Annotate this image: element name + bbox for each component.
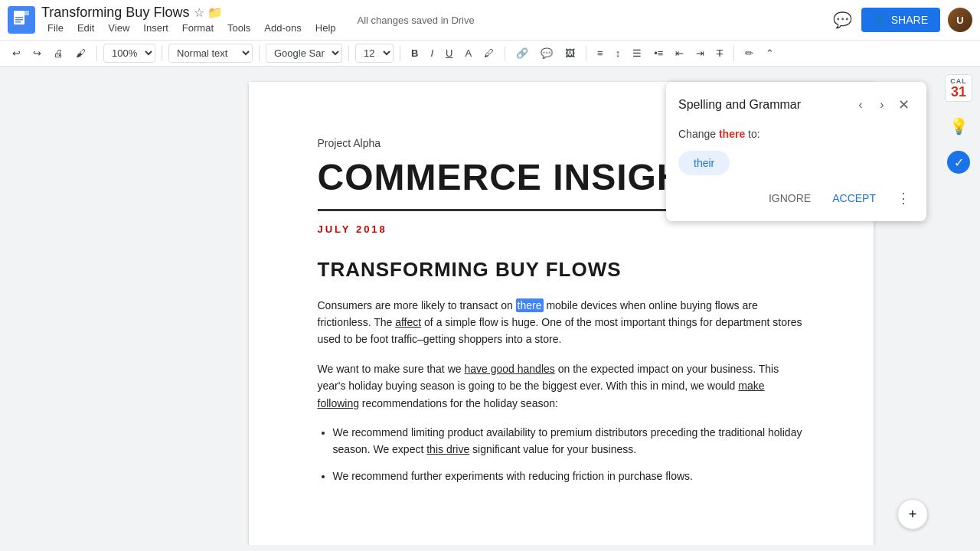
date-label: JULY 2018 <box>318 223 805 235</box>
divider-4 <box>348 46 349 61</box>
divider-3 <box>259 46 260 61</box>
align-button[interactable]: ≡ <box>593 44 608 62</box>
have-good-handles: have good handles <box>464 363 554 375</box>
bullet2-text: We recommend further experiments with re… <box>333 470 694 482</box>
divider-8 <box>733 46 734 61</box>
image-button[interactable]: 🖼 <box>560 44 580 62</box>
divider-5 <box>400 46 400 61</box>
bullet-item-1: We recommend limiting product availabili… <box>333 424 805 458</box>
divider-7 <box>586 46 586 61</box>
para1-pre: Consumers are more likely to transact on <box>318 299 516 311</box>
menu-insert[interactable]: Insert <box>137 21 175 35</box>
clear-format-button[interactable]: T̶ <box>712 44 727 62</box>
spelling-suggestion-button[interactable]: their <box>678 151 730 175</box>
divider-2 <box>162 46 162 61</box>
menu-file[interactable]: File <box>41 21 70 35</box>
floating-action-button[interactable]: + <box>897 499 928 530</box>
para2-pre: We want to make sure that we <box>318 363 465 375</box>
spelling-prev-button[interactable]: ‹ <box>850 94 871 116</box>
highlight-button[interactable]: 🖊 <box>479 44 498 62</box>
change-prefix: Change <box>678 128 719 140</box>
font-size-select[interactable]: 12 <box>355 44 394 63</box>
docs-icon <box>8 6 35 34</box>
underline-button[interactable]: U <box>441 44 457 62</box>
indent-less-button[interactable]: ⇤ <box>671 44 688 62</box>
title-icons: ☆ 📁 <box>194 5 223 20</box>
comments-button[interactable]: 💬 <box>832 9 854 31</box>
user-avatar[interactable]: U <box>948 8 972 32</box>
bullet-list: We recommend limiting product availabili… <box>318 424 805 484</box>
ignore-button[interactable]: IGNORE <box>764 187 815 209</box>
menu-addons[interactable]: Add-ons <box>258 21 307 35</box>
link-button[interactable]: 🔗 <box>511 44 533 62</box>
divider-1 <box>96 46 97 61</box>
list-button[interactable]: ☰ <box>628 44 646 62</box>
menu-view[interactable]: View <box>102 21 136 35</box>
divider-6 <box>505 46 505 61</box>
redo-button[interactable]: ↪ <box>28 44 46 62</box>
menu-edit[interactable]: Edit <box>71 21 100 35</box>
top-bar: Transforming Buy Flows ☆ 📁 File Edit Vie… <box>0 0 980 41</box>
indent-more-button[interactable]: ⇥ <box>691 44 709 62</box>
menu-tools[interactable]: Tools <box>221 21 256 35</box>
change-suffix: to: <box>745 128 760 140</box>
folder-icon[interactable]: 📁 <box>207 5 223 20</box>
calendar-icon[interactable]: CAL 31 <box>945 74 972 102</box>
zoom-select[interactable]: 100% <box>103 44 155 63</box>
svg-rect-2 <box>15 17 23 18</box>
menu-bar: File Edit View Insert Format Tools Add-o… <box>41 21 342 35</box>
paint-format-button[interactable]: 🖌 <box>71 44 90 62</box>
svg-rect-3 <box>15 19 23 21</box>
more-options-button[interactable]: ⋮ <box>893 187 914 209</box>
highlighted-there: there <box>516 298 544 312</box>
main-area: Project Alpha COMMERCE INSIGHTS JULY 201… <box>0 67 980 545</box>
svg-rect-6 <box>24 11 29 15</box>
para2-end: recommendations for the holiday season: <box>359 397 558 409</box>
star-icon[interactable]: ☆ <box>194 5 204 20</box>
expand-button[interactable]: ⌃ <box>761 44 779 62</box>
print-button[interactable]: 🖨 <box>49 44 68 62</box>
text-color-button[interactable]: A <box>460 44 476 62</box>
document-title[interactable]: Transforming Buy Flows <box>41 5 189 21</box>
italic-button[interactable]: I <box>426 44 438 62</box>
undo-button[interactable]: ↩ <box>8 44 25 62</box>
left-sidebar <box>0 67 142 545</box>
toolbar: ↩ ↪ 🖨 🖌 100% Normal text Google Sans 12 … <box>0 41 980 67</box>
bullet-item-2: We recommend further experiments with re… <box>333 468 805 484</box>
accept-button[interactable]: ACCEPT <box>828 187 880 209</box>
change-word: there <box>719 128 745 140</box>
section-title: TRANSFORMING BUY FLOWS <box>318 258 805 282</box>
share-button[interactable]: 👤 SHARE <box>861 8 940 32</box>
spelling-close-button[interactable]: ✕ <box>893 94 914 116</box>
font-select[interactable]: Google Sans <box>266 44 342 63</box>
comment-button[interactable]: 💬 <box>536 44 557 62</box>
this-drive-link: this drive <box>426 443 469 455</box>
svg-rect-4 <box>15 21 21 23</box>
paragraph-1: Consumers are more likely to transact on… <box>318 297 805 348</box>
menu-help[interactable]: Help <box>309 21 342 35</box>
topbar-right: 💬 👤 SHARE U <box>832 8 972 32</box>
spelling-grammar-panel: Spelling and Grammar ‹ › ✕ Change there … <box>666 82 926 221</box>
share-icon: 👤 <box>874 14 887 26</box>
edit-mode-button[interactable]: ✏ <box>740 44 758 62</box>
affect-word: affect <box>395 316 421 328</box>
menu-format[interactable]: Format <box>176 21 220 35</box>
doc-title-area: Transforming Buy Flows ☆ 📁 File Edit Vie… <box>41 5 342 35</box>
lightbulb-icon[interactable]: 💡 <box>945 112 972 140</box>
spelling-change-text: Change there to: <box>678 128 914 140</box>
check-circle-icon[interactable]: ✓ <box>947 151 970 174</box>
bullet-list-button[interactable]: •≡ <box>649 44 668 62</box>
right-sidebar: CAL 31 💡 ✓ <box>937 67 980 174</box>
paragraph-2: We want to make sure that we have good h… <box>318 360 805 412</box>
bullet1-end: significant value for your business. <box>469 443 636 455</box>
bold-button[interactable]: B <box>407 44 423 62</box>
saved-status: All changes saved in Drive <box>358 15 475 26</box>
style-select[interactable]: Normal text <box>168 44 253 63</box>
spelling-header: Spelling and Grammar ‹ › ✕ <box>678 94 914 116</box>
spelling-panel-title: Spelling and Grammar <box>678 98 850 112</box>
line-spacing-button[interactable]: ↕ <box>611 44 626 62</box>
spelling-actions: IGNORE ACCEPT ⋮ <box>678 187 914 209</box>
spelling-next-button[interactable]: › <box>871 94 893 116</box>
